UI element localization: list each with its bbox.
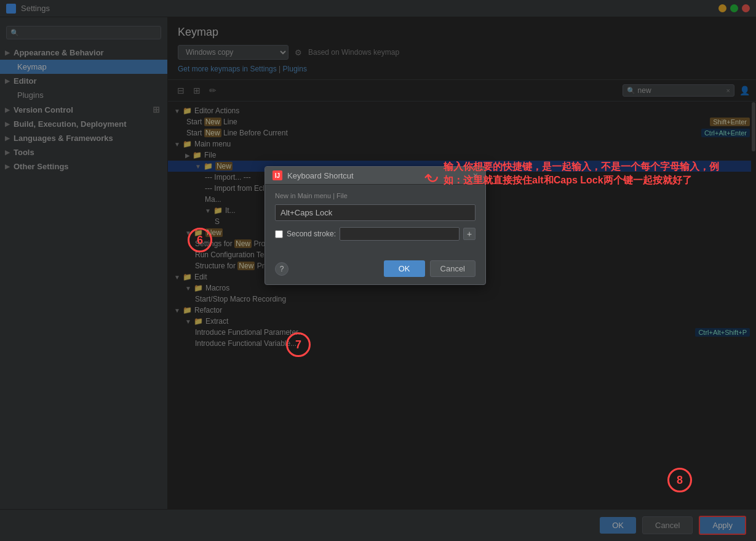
second-stroke-input[interactable] [340,227,460,241]
second-stroke-label: Second stroke: [287,230,336,238]
red-arrow-icon: ↷ [424,166,439,186]
annotation-text: 输入你想要的快捷键，是一起输入，不是一个每个字母输入，例如：这里就直接按住alt… [444,160,738,188]
modal-title-text: Keyboard Shortcut [287,171,354,180]
second-stroke-checkbox[interactable] [275,230,283,238]
modal-overlay: IJ Keyboard Shortcut × New in Main menu … [0,0,756,541]
modal-body: New in Main menu | File Second stroke: + [265,185,485,255]
circle-6: 6 [188,228,212,252]
modal-app-icon: IJ [273,170,282,180]
annotation-7: 7 [286,332,311,357]
shortcut-input[interactable] [275,204,475,221]
circle-8: 8 [667,468,692,492]
circle-7: 7 [286,332,311,357]
plus-button[interactable]: + [463,228,475,240]
second-stroke-row: Second stroke: + [275,227,475,241]
modal-title-left: IJ Keyboard Shortcut [273,170,354,180]
modal-subtitle: New in Main menu | File [275,192,475,199]
annotation-6: 6 [188,228,212,252]
annotation-text-block: ↷ 输入你想要的快捷键，是一起输入，不是一个每个字母输入，例如：这里就直接按住a… [424,160,738,188]
help-button[interactable]: ? [275,262,288,276]
modal-footer: ? OK Cancel [265,255,485,284]
annotation-8: 8 [667,468,692,492]
modal-cancel-button[interactable]: Cancel [430,260,475,277]
modal-footer-buttons: OK Cancel [384,260,475,277]
modal-ok-button[interactable]: OK [384,260,425,277]
